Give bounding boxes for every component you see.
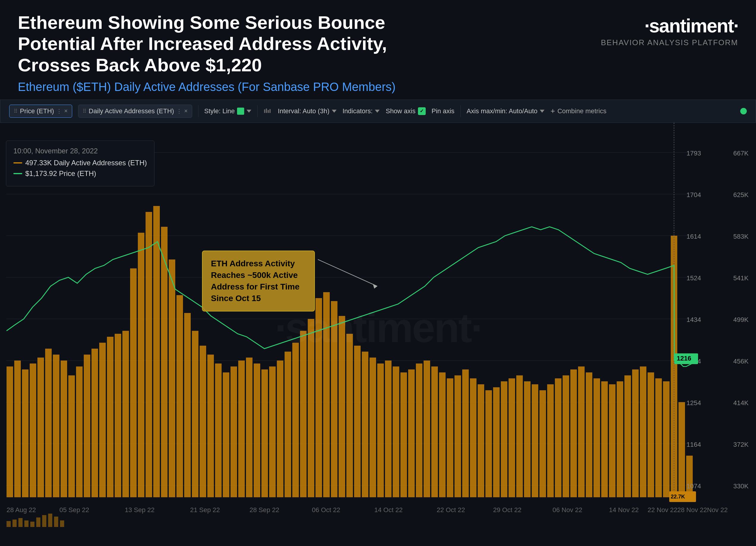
annotation-text: ETH Address Activity Reaches ~500k Activ… [211, 258, 306, 305]
svg-rect-97 [655, 378, 662, 497]
metric-pill-daa[interactable]: ⠿ Daily Active Addresses (ETH) ⋮ × [78, 105, 192, 118]
show-axis-label: Show axis [386, 107, 415, 115]
svg-text:667K: 667K [733, 149, 749, 157]
combine-label: Combine metrics [557, 107, 606, 115]
main-title: Ethereum Showing Some Serious Bounce Pot… [18, 12, 463, 75]
svg-rect-35 [176, 295, 183, 497]
svg-rect-78 [509, 378, 515, 497]
svg-rect-13 [7, 367, 13, 497]
svg-rect-66 [416, 364, 422, 497]
svg-rect-17 [37, 358, 44, 497]
svg-rect-56 [339, 316, 345, 497]
svg-rect-0 [264, 109, 265, 113]
svg-rect-44 [246, 358, 252, 497]
svg-text:456K: 456K [733, 358, 749, 365]
interval-label: Interval: Auto (3h) [278, 107, 329, 115]
tooltip-daa-value: 497.33K Daily Active Addresses (ETH) [25, 159, 147, 167]
svg-rect-15 [22, 370, 29, 497]
indicators-chevron [375, 110, 380, 113]
svg-rect-53 [315, 298, 322, 497]
svg-rect-41 [223, 373, 229, 497]
indicators-selector[interactable]: Indicators: [343, 107, 380, 115]
svg-rect-75 [485, 390, 492, 497]
show-axis-checkbox[interactable] [418, 107, 426, 115]
svg-text:Nov 22: Nov 22 [707, 506, 728, 514]
svg-rect-65 [408, 370, 415, 497]
svg-rect-60 [370, 358, 376, 497]
svg-rect-141 [18, 518, 23, 527]
svg-rect-140 [12, 520, 17, 527]
svg-rect-84 [555, 378, 561, 497]
pin-axis-toggle[interactable]: Pin axis [432, 107, 454, 115]
annotation-arrow [318, 256, 392, 292]
svg-rect-36 [184, 313, 191, 497]
show-axis-toggle[interactable]: Show axis [386, 107, 425, 115]
svg-text:414K: 414K [733, 399, 749, 407]
svg-text:22 Nov 22: 22 Nov 22 [648, 506, 677, 514]
metric2-label: Daily Active Addresses (ETH) [89, 107, 174, 115]
separator-2 [257, 105, 258, 117]
interval-icon [263, 108, 272, 115]
svg-rect-33 [161, 227, 168, 497]
svg-rect-14 [14, 361, 21, 497]
pin-axis-label: Pin axis [432, 107, 454, 115]
svg-text:21 Sep 22: 21 Sep 22 [190, 506, 220, 514]
svg-rect-83 [547, 384, 554, 497]
svg-rect-100 [678, 402, 685, 497]
svg-rect-20 [61, 361, 67, 497]
axis-range-selector[interactable]: Axis max/min: Auto/Auto [467, 107, 544, 115]
svg-rect-67 [424, 361, 430, 497]
svg-rect-98 [663, 381, 670, 497]
svg-rect-62 [385, 361, 392, 497]
interval-selector[interactable]: Interval: Auto (3h) [278, 107, 337, 115]
svg-rect-42 [231, 367, 237, 497]
svg-rect-70 [447, 378, 453, 497]
tooltip-row-daa: 497.33K Daily Active Addresses (ETH) [13, 159, 147, 167]
svg-rect-46 [261, 370, 268, 497]
svg-text:14 Oct 22: 14 Oct 22 [374, 506, 403, 514]
svg-text:28 Nov 22: 28 Nov 22 [677, 506, 707, 514]
svg-text:541K: 541K [733, 275, 749, 282]
svg-text:1793: 1793 [686, 149, 701, 157]
svg-rect-37 [192, 331, 198, 497]
svg-rect-43 [238, 361, 245, 497]
metric2-close[interactable]: × [184, 108, 188, 114]
svg-rect-145 [42, 515, 46, 527]
style-color-swatch [237, 108, 244, 115]
metric-pill-price[interactable]: ⠿ Price (ETH) ⋮ × [9, 105, 72, 118]
style-chevron [247, 110, 251, 113]
style-selector[interactable]: Style: Line [204, 107, 252, 115]
svg-rect-26 [107, 337, 113, 497]
metric1-dots: ⋮ [56, 108, 62, 114]
svg-text:583K: 583K [733, 233, 749, 240]
svg-text:1434: 1434 [686, 316, 701, 324]
svg-rect-48 [277, 361, 283, 497]
logo-tagline: Behavior Analysis Platform [601, 38, 738, 47]
svg-rect-94 [632, 370, 639, 497]
combine-metrics-button[interactable]: + Combine metrics [550, 106, 606, 116]
svg-rect-21 [68, 375, 75, 497]
svg-rect-143 [30, 522, 34, 527]
tooltip-price-value: $1,173.92 Price (ETH) [25, 169, 96, 178]
metric1-close[interactable]: × [64, 108, 68, 114]
chart-area: ·santiment· [0, 123, 756, 533]
svg-rect-25 [99, 343, 106, 497]
drag-icon: ⠿ [14, 108, 18, 114]
svg-rect-95 [640, 367, 646, 497]
sub-title: Ethereum ($ETH) Daily Active Addresses (… [18, 80, 463, 94]
header: Ethereum Showing Some Serious Bounce Pot… [0, 0, 756, 100]
svg-rect-27 [115, 334, 121, 497]
svg-text:1164: 1164 [686, 441, 701, 448]
svg-text:14 Nov 22: 14 Nov 22 [609, 506, 639, 514]
svg-rect-23 [84, 355, 90, 497]
svg-rect-90 [601, 381, 608, 497]
svg-rect-142 [24, 520, 29, 527]
svg-rect-146 [48, 514, 52, 527]
svg-rect-47 [269, 367, 276, 497]
svg-text:13 Sep 22: 13 Sep 22 [125, 506, 154, 514]
svg-text:1614: 1614 [686, 233, 701, 240]
svg-rect-82 [539, 390, 546, 497]
svg-rect-101 [686, 456, 693, 497]
svg-text:22 Oct 22: 22 Oct 22 [437, 506, 465, 514]
svg-text:05 Sep 22: 05 Sep 22 [59, 506, 89, 514]
